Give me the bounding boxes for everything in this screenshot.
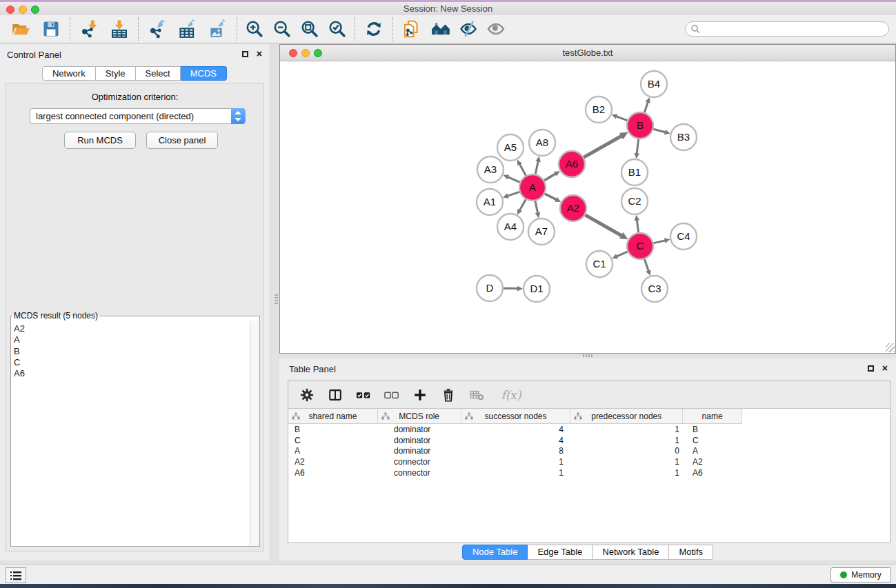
graph-edge-A6-B[interactable] bbox=[584, 136, 622, 158]
table-row[interactable]: Adominator80A bbox=[288, 445, 890, 456]
tab-edge-table[interactable]: Edge Table bbox=[528, 545, 593, 560]
graph-edge-A-A5[interactable] bbox=[519, 164, 526, 176]
task-history-button[interactable] bbox=[6, 567, 26, 583]
graph-edge-C-C2[interactable] bbox=[637, 220, 638, 233]
column-header-shared-name[interactable]: shared name bbox=[288, 409, 378, 423]
tab-node-table[interactable]: Node Table bbox=[462, 545, 528, 560]
network-graph[interactable]: AA1A2A3A4A5A6A7A8BB1B2B3B4CC1C2C3C4DD1 bbox=[280, 61, 895, 353]
network-window-titlebar[interactable]: testGlobe.txt bbox=[280, 45, 895, 61]
show-column-panel-button[interactable] bbox=[326, 386, 344, 404]
table-cell[interactable]: B bbox=[288, 424, 378, 435]
zoom-in-button[interactable] bbox=[241, 17, 268, 41]
table-cell[interactable]: 1 bbox=[571, 424, 684, 435]
tab-style[interactable]: Style bbox=[96, 66, 136, 81]
zoom-fit-button[interactable] bbox=[296, 17, 323, 41]
optimization-select[interactable]: largest connected component (directed) bbox=[30, 108, 246, 124]
graph-edge-A2-C[interactable] bbox=[585, 214, 622, 236]
tab-select[interactable]: Select bbox=[136, 66, 181, 81]
select-all-columns-button[interactable] bbox=[355, 386, 372, 404]
column-header-MCDS-role[interactable]: MCDS role bbox=[378, 409, 461, 423]
tab-motifs[interactable]: Motifs bbox=[669, 545, 713, 560]
graph-edge-A-A2[interactable] bbox=[544, 194, 557, 200]
result-item[interactable]: A6 bbox=[14, 368, 250, 379]
result-scrollbar[interactable] bbox=[250, 321, 259, 546]
table-cell[interactable]: dominator bbox=[378, 435, 461, 446]
table-cell[interactable]: 1 bbox=[571, 435, 684, 446]
graph-edge-B-B4[interactable] bbox=[644, 102, 648, 113]
result-item[interactable]: B bbox=[14, 346, 250, 357]
table-cell[interactable]: A6 bbox=[288, 467, 378, 478]
open-file-button[interactable] bbox=[6, 17, 36, 41]
table-cell[interactable]: B bbox=[684, 424, 742, 435]
tab-network[interactable]: Network bbox=[42, 66, 96, 81]
delete-table-button[interactable] bbox=[468, 386, 486, 404]
result-item[interactable]: A2 bbox=[14, 323, 250, 334]
table-cell[interactable]: 4 bbox=[461, 435, 571, 446]
graph-edge-C-C4[interactable] bbox=[653, 241, 666, 243]
graph-edge-A-A3[interactable] bbox=[508, 177, 521, 183]
toggle-annotations-button[interactable] bbox=[455, 17, 482, 41]
table-cell[interactable]: 0 bbox=[571, 445, 684, 456]
column-header-successor-nodes[interactable]: successor nodes bbox=[461, 409, 571, 423]
clone-network-button[interactable] bbox=[397, 17, 427, 41]
table-cell[interactable]: 8 bbox=[461, 445, 571, 456]
table-row[interactable]: A2connector11A2 bbox=[288, 456, 890, 467]
table-cell[interactable]: C bbox=[288, 435, 378, 446]
table-cell[interactable]: dominator bbox=[378, 424, 461, 435]
search-field[interactable] bbox=[685, 21, 889, 37]
show-graphics-button[interactable] bbox=[482, 17, 510, 41]
graph-edge-A-A4[interactable] bbox=[519, 199, 526, 211]
table-cell[interactable]: 1 bbox=[571, 467, 684, 478]
table-cell[interactable]: A2 bbox=[684, 456, 742, 467]
save-session-button[interactable] bbox=[36, 17, 66, 41]
memory-button[interactable]: Memory bbox=[830, 567, 891, 582]
graph-edge-C-C3[interactable] bbox=[644, 258, 648, 271]
table-cell[interactable]: C bbox=[684, 435, 742, 446]
network-canvas[interactable]: AA1A2A3A4A5A6A7A8BB1B2B3B4CC1C2C3C4DD1 bbox=[280, 61, 895, 353]
tab-network-table[interactable]: Network Table bbox=[593, 545, 669, 560]
import-network-button[interactable] bbox=[74, 17, 104, 41]
horizontal-splitter-handle[interactable] bbox=[583, 354, 593, 357]
delete-column-button[interactable] bbox=[439, 386, 457, 404]
deselect-all-columns-button[interactable] bbox=[383, 386, 401, 404]
result-item[interactable]: A bbox=[14, 334, 250, 345]
table-settings-button[interactable] bbox=[298, 386, 316, 404]
zoom-selected-button[interactable] bbox=[323, 17, 351, 41]
graph-edge-B-B2[interactable] bbox=[616, 116, 628, 121]
apply-function-button[interactable]: f(x) bbox=[496, 386, 526, 404]
graph-edge-A-A8[interactable] bbox=[535, 161, 538, 174]
table-cell[interactable]: 4 bbox=[461, 424, 571, 435]
close-panel-icon[interactable]: × bbox=[257, 48, 262, 59]
home-layout-button[interactable] bbox=[427, 17, 455, 41]
table-cell[interactable]: connector bbox=[378, 456, 461, 467]
table-cell[interactable]: 1 bbox=[571, 456, 684, 467]
create-column-button[interactable] bbox=[411, 386, 429, 404]
graph-edge-C-C1[interactable] bbox=[617, 252, 628, 256]
table-cell[interactable]: dominator bbox=[378, 445, 461, 456]
import-table-button[interactable] bbox=[104, 17, 135, 41]
table-row[interactable]: Cdominator41C bbox=[288, 435, 890, 446]
column-header-predecessor-nodes[interactable]: predecessor nodes bbox=[570, 409, 683, 423]
table-cell[interactable]: A bbox=[288, 445, 378, 456]
run-mcds-button[interactable]: Run MCDS bbox=[64, 132, 136, 149]
search-input[interactable] bbox=[703, 24, 888, 34]
export-table-button[interactable] bbox=[172, 17, 203, 41]
table-cell[interactable]: A bbox=[684, 445, 742, 456]
table-cell[interactable]: connector bbox=[378, 467, 461, 478]
refresh-button[interactable] bbox=[359, 17, 389, 41]
vertical-splitter-handle[interactable] bbox=[275, 294, 278, 304]
export-network-button[interactable] bbox=[142, 17, 172, 41]
table-row[interactable]: A6connector11A6 bbox=[288, 467, 890, 478]
float-panel-icon[interactable] bbox=[868, 365, 874, 372]
graph-edge-A-A1[interactable] bbox=[508, 192, 520, 196]
tab-mcds[interactable]: MCDS bbox=[181, 66, 227, 81]
resize-grip-icon[interactable] bbox=[886, 343, 895, 352]
table-row[interactable]: Bdominator41B bbox=[288, 424, 890, 435]
export-image-button[interactable] bbox=[203, 17, 233, 41]
column-header-name[interactable]: name bbox=[683, 409, 741, 423]
result-item[interactable]: C bbox=[14, 357, 250, 368]
close-panel-icon[interactable]: × bbox=[882, 363, 888, 374]
table-cell[interactable]: 1 bbox=[461, 467, 571, 478]
graph-edge-B-B3[interactable] bbox=[653, 129, 666, 132]
zoom-out-button[interactable] bbox=[268, 17, 296, 41]
